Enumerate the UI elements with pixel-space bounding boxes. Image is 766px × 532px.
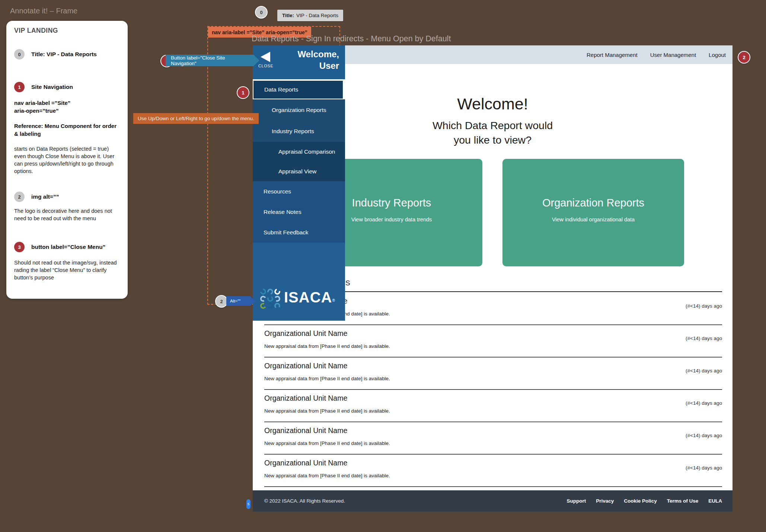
row-description: New appraisal data from [Phase II end da… [264,343,390,349]
close-label: CLOSE [258,64,274,68]
row-description: New appraisal data from [Phase II end da… [264,440,390,446]
row-meta: (#<14) days ago [686,400,722,406]
annotation-pin-5[interactable]: 5 [246,499,250,509]
footer-link-support[interactable]: Support [566,498,586,504]
row-title: Organizational Unit Name [264,362,347,370]
section-heading-fragment: S [345,279,350,287]
logo-circle [266,295,274,302]
report-list-row[interactable]: Organizational Unit Name (#<14) days ago… [264,459,722,491]
logo-circle [273,288,281,296]
note-badge-1: 1 [14,82,25,92]
row-divider [264,357,722,358]
menu-item-organization-reports[interactable]: Organization Reports [253,99,345,121]
logo-circle [259,288,268,296]
row-title: Organizational Unit Name [264,459,347,467]
logo-circle [274,295,281,302]
row-description: New appraisal data from [Phase II end da… [264,473,390,478]
note-heading-0: Title: VIP - Data Reports [31,51,97,58]
note-body-1: starts on Data Reports (selected = true)… [14,145,120,175]
row-divider [264,422,722,422]
menu-item-industry-reports[interactable]: Industry Reports [253,121,345,142]
note-reference-1: Reference: Menu Component for order & la… [14,122,120,138]
sidebar-header: CLOSE Welcome, User [253,45,345,79]
title-chip: Title: VIP - Data Reports [277,10,343,21]
card-subtitle: View individual organizational data [502,217,684,222]
footer-copyright: © 2022 ISACA. All Rights Reserved. [264,498,345,504]
row-title: Organizational Unit Name [264,426,347,435]
report-list-row[interactable]: Organizational Unit Name (#<14) days ago… [264,394,722,426]
note-badge-0: 0 [14,49,25,60]
back-arrow-icon [261,52,270,62]
menu-item-submit-feedback[interactable]: Submit Feedback [253,222,345,243]
menu-item-data-reports[interactable]: Data Reports [253,80,344,99]
footer-link-privacy[interactable]: Privacy [596,498,614,504]
row-divider [264,324,722,325]
footer-link-terms-of-use[interactable]: Terms of Use [667,498,699,504]
logo-circle [259,295,267,303]
row-divider [264,486,722,487]
note-item-1: 1 Site Navigation [14,82,120,92]
menu-item-resources[interactable]: Resources [253,181,345,202]
annotation-pin-1[interactable]: 1 [237,86,249,99]
card-organization-reports[interactable]: Organization Reports View individual org… [502,159,684,266]
isaca-logo-mark [260,289,280,309]
nav-link-logout[interactable]: Logout [709,52,726,58]
logo-circle [274,302,281,310]
annotation-panel: VIP LANDING 0 Title: VIP - Data Reports … [6,21,128,299]
annotation-pin-2-gray[interactable]: 2 [215,295,228,308]
report-list-row[interactable]: Organizational Unit Name (#<14) days ago… [264,426,722,459]
note-item-3: 3 button label=”Close Menu” [14,242,120,252]
report-list-row[interactable]: Organizational Unit Name (#<14) days ago… [264,362,722,394]
row-description: New appraisal data from [Phase II end da… [264,376,390,381]
title-chip-label: Title: [282,13,294,18]
isaca-logo: ISACA® [260,288,338,311]
row-meta: (#<14) days ago [686,433,722,438]
logo-circle [266,302,274,310]
panel-title: VIP LANDING [14,27,58,35]
note-badge-2: 2 [14,192,25,202]
row-meta: (#<14) days ago [686,368,722,374]
title-chip-value: VIP - Data Reports [296,13,338,18]
note-heading-1: Site Navigation [31,84,73,90]
menu-item-release-notes[interactable]: Release Notes [253,202,345,222]
nav-link-report-management[interactable]: Report Management [587,52,638,58]
footer-link-cookie-policy[interactable]: Cookie Policy [624,498,657,504]
alt-text-callout: Alt="" [226,296,255,306]
close-button-callout: Button label="Close Site Navigation" [166,55,259,66]
note-heading-2: img alt=”” [31,193,59,200]
mockup-footer: © 2022 ISACA. All Rights Reserved. Suppo… [253,490,733,512]
row-meta: (#<14) days ago [686,465,722,471]
nav-link-user-management[interactable]: User Management [650,52,696,58]
note-item-0: 0 Title: VIP - Data Reports [14,49,120,60]
row-divider [264,389,722,390]
annotation-pin-0[interactable]: 0 [255,6,268,19]
row-title: Organizational Unit Name [264,329,347,338]
site-navigation-menu: CLOSE Welcome, User Data Reports Organiz… [253,45,345,321]
card-title: Organization Reports [502,197,684,209]
note-body-2: The logo is decorative here and does not… [14,207,120,222]
keyboard-hint-chip: Use Up/Down or Left/Right to go up/down … [133,113,259,124]
logo-circle [259,302,267,310]
menu-item-appraisal-view[interactable]: Appraisal View [253,161,345,181]
registered-mark: ® [332,298,335,302]
mockup-frame: Report Management User Management Logout… [253,45,733,512]
report-list-row[interactable]: Organizational Unit Name (#<14) days ago… [264,329,722,362]
row-meta: (#<14) days ago [686,336,722,341]
note-heading-3: button label=”Close Menu” [31,244,105,250]
logo-circle [266,288,274,296]
row-divider [264,454,722,455]
isaca-wordmark: ISACA® [284,289,335,306]
annotation-pin-2-red[interactable]: 2 [738,51,750,64]
note-code-1: nav aria-label =”Site” aria-open=”true” [14,99,120,115]
menu-item-appraisal-comparison[interactable]: Appraisal Comparison [253,142,345,161]
note-badge-3: 3 [14,242,25,252]
footer-link-eula[interactable]: EULA [708,498,722,504]
frame-label: Annotate it! – Frame [10,7,77,15]
welcome-user-text: Welcome, User [297,48,339,71]
row-title: Organizational Unit Name [264,394,347,403]
note-item-2: 2 img alt=”” [14,192,120,202]
row-description: New appraisal data from [Phase II end da… [264,408,390,414]
note-body-3: Should not read out the image/svg, inste… [14,259,120,281]
page-title: Data Reports - Sign In redirects - Menu … [252,34,451,44]
row-meta: (#<14) days ago [686,303,722,309]
